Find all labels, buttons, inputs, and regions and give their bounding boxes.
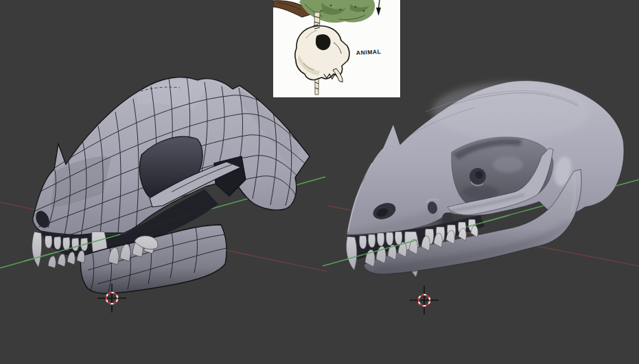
reference-image: ANIMAL — [273, 0, 400, 97]
3d-cursor-left — [97, 284, 126, 313]
foliage — [299, 0, 375, 23]
skull-sketch — [295, 25, 349, 82]
reference-sketch: ANIMAL — [273, 0, 400, 97]
down-arrow-icon — [376, 0, 381, 16]
3d-cursor-right — [410, 286, 439, 315]
viewport-canvas: ANIMAL — [0, 0, 639, 364]
animal-label: ANIMAL — [356, 48, 382, 56]
